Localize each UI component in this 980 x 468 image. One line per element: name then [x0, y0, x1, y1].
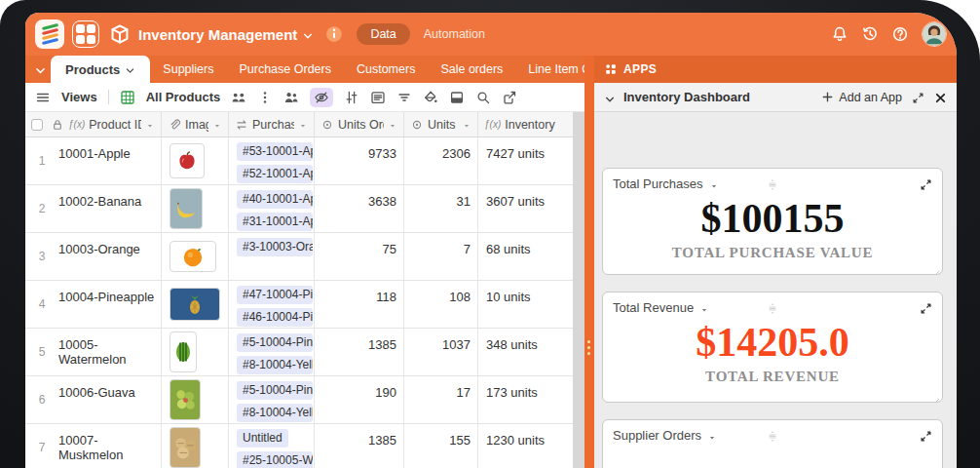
cell-purchases[interactable]: #40-10001-Ap...#31-10001-Ap...: [229, 185, 315, 232]
nav-data[interactable]: Data: [357, 23, 409, 45]
tab-purchase-orders[interactable]: Purchase Orders: [226, 56, 343, 83]
cell-units-ordered[interactable]: 3638: [315, 185, 404, 232]
expand-panel-icon[interactable]: [912, 91, 924, 103]
cell-inventory[interactable]: 7427 units: [478, 137, 584, 184]
share-icon[interactable]: [502, 90, 517, 105]
card-title-dropdown[interactable]: Total Revenue: [613, 300, 709, 315]
purchase-chip[interactable]: #8-10004-Yell...: [237, 356, 313, 374]
view-name[interactable]: All Products: [146, 90, 221, 104]
cell-inventory[interactable]: 173 units: [478, 376, 584, 423]
color-fill-icon[interactable]: [423, 90, 438, 105]
cell-inventory[interactable]: 348 units: [478, 329, 584, 375]
more-options-icon[interactable]: [257, 90, 273, 105]
purchase-chip[interactable]: #25-10005-W...: [237, 451, 313, 468]
thumbnail-muskmelon[interactable]: [170, 427, 201, 468]
thumbnail-apple[interactable]: [170, 143, 205, 178]
cell-units-sold[interactable]: 1037: [404, 329, 478, 375]
grid-view-icon[interactable]: [120, 90, 135, 105]
thumbnail-banana[interactable]: [170, 188, 203, 229]
avatar[interactable]: [922, 21, 947, 47]
cell-product-id[interactable]: 210002-Banana: [25, 185, 162, 232]
cell-images[interactable]: [162, 137, 229, 184]
divider-drag-handle[interactable]: [587, 340, 590, 355]
column-header-product-id[interactable]: ƒ(x)Product ID: [25, 112, 162, 136]
stackby-logo-icon[interactable]: [35, 20, 64, 49]
purchase-chip[interactable]: #5-10004-Pin...: [237, 333, 313, 352]
cell-images[interactable]: [162, 233, 229, 280]
cell-units-sold[interactable]: 155: [404, 424, 478, 468]
cell-images[interactable]: [162, 376, 229, 423]
cell-units-ordered[interactable]: 75: [315, 233, 404, 280]
cell-inventory[interactable]: 10 units: [478, 281, 584, 328]
app-grid-icon[interactable]: [72, 20, 99, 48]
cell-units-sold[interactable]: 7: [404, 233, 478, 280]
cell-units-ordered[interactable]: 9733: [315, 137, 404, 184]
add-app-button[interactable]: Add an App: [821, 91, 902, 104]
table-row[interactable]: 410004-Pineapple#47-10004-Pi...#46-10004…: [25, 281, 584, 329]
column-header-units-orde-[interactable]: Units Orde...: [315, 112, 404, 136]
cell-purchases[interactable]: #5-10004-Pin...#8-10004-Yell...: [229, 329, 315, 375]
cell-purchases[interactable]: #53-10001-Ap...#52-10001-Ap...: [229, 137, 315, 184]
cell-inventory[interactable]: 68 units: [478, 233, 584, 280]
share-view-people-icon[interactable]: [283, 90, 299, 105]
cell-product-id[interactable]: 610006-Guava: [25, 376, 162, 423]
cell-purchases[interactable]: #3-10003-Ora...: [229, 233, 315, 280]
cell-units-sold[interactable]: 17: [404, 376, 478, 423]
views-label[interactable]: Views: [61, 90, 97, 104]
panel-divider[interactable]: [584, 56, 594, 468]
cell-product-id[interactable]: 510005-Watermelon: [25, 329, 162, 375]
help-icon[interactable]: [891, 25, 909, 43]
table-row[interactable]: 510005-Watermelon#5-10004-Pin...#8-10004…: [25, 329, 584, 376]
column-header-units-sold[interactable]: Units Sold: [404, 112, 478, 136]
cell-images[interactable]: [162, 281, 229, 328]
card-title-dropdown[interactable]: Total Purchases: [613, 176, 719, 191]
bell-icon[interactable]: [831, 25, 848, 43]
cell-images[interactable]: [162, 185, 229, 232]
tab-suppliers[interactable]: Suppliers: [150, 56, 226, 83]
history-icon[interactable]: [861, 25, 879, 43]
purchase-chip[interactable]: #31-10001-Ap...: [237, 213, 313, 231]
purchase-chip[interactable]: #46-10004-Pi...: [237, 308, 313, 327]
purchase-chip[interactable]: #40-10001-Ap...: [237, 190, 313, 209]
thumbnail-orange[interactable]: [170, 241, 216, 272]
cell-units-ordered[interactable]: 118: [315, 281, 404, 328]
column-header-images[interactable]: Images: [162, 112, 229, 136]
table-row[interactable]: 310003-Orange#3-10003-Ora...75768 units: [25, 233, 584, 281]
base-title-menu[interactable]: Inventory Management: [138, 26, 314, 43]
cell-inventory[interactable]: 3607 units: [478, 185, 584, 232]
nav-automation[interactable]: Automation: [424, 27, 485, 41]
cell-purchases[interactable]: #47-10004-Pi...#46-10004-Pi...: [229, 281, 315, 328]
cell-product-id[interactable]: 410004-Pineapple: [25, 281, 162, 328]
table-row[interactable]: 110001-Apple#53-10001-Ap...#52-10001-Ap.…: [25, 137, 584, 185]
cell-units-sold[interactable]: 31: [404, 185, 478, 232]
cell-units-ordered[interactable]: 190: [315, 376, 404, 423]
purchase-chip[interactable]: #8-10004-Yell...: [237, 404, 313, 422]
cell-inventory[interactable]: 1230 units: [478, 424, 584, 468]
vertical-scrollbar[interactable]: [573, 112, 584, 468]
table-row[interactable]: 210002-Banana#40-10001-Ap...#31-10001-Ap…: [25, 185, 584, 233]
card-title-dropdown[interactable]: Supplier Orders: [613, 428, 717, 443]
cell-units-ordered[interactable]: 1385: [315, 329, 404, 375]
record-view-icon[interactable]: [370, 90, 386, 105]
select-all-checkbox[interactable]: [31, 119, 43, 131]
hide-fields-active[interactable]: [310, 88, 333, 107]
cell-units-ordered[interactable]: 1385: [315, 424, 404, 468]
row-height-icon[interactable]: [449, 90, 465, 105]
filter-icon[interactable]: [396, 90, 412, 105]
cell-images[interactable]: [162, 424, 229, 468]
tab-customers[interactable]: Customers: [344, 56, 428, 83]
purchase-chip[interactable]: #52-10001-Ap...: [237, 165, 313, 183]
cell-product-id[interactable]: 710007-Muskmelon: [25, 424, 162, 468]
table-row[interactable]: 610006-Guava#5-10004-Pin...#8-10004-Yell…: [25, 376, 584, 424]
field-settings-icon[interactable]: [344, 90, 359, 105]
tabs-chevron-icon[interactable]: [34, 63, 47, 76]
collaborators-icon[interactable]: [231, 90, 246, 105]
cell-product-id[interactable]: 310003-Orange: [25, 233, 162, 280]
tab-sale-orders[interactable]: Sale orders: [428, 56, 515, 83]
thumbnail-pineapple[interactable]: [170, 288, 220, 321]
column-header-inventory[interactable]: ƒ(x)Inventory: [478, 112, 585, 136]
table-row[interactable]: 710007-MuskmelonUntitled#25-10005-W...13…: [25, 424, 584, 468]
thumbnail-guava[interactable]: [170, 379, 201, 420]
purchase-chip[interactable]: Untitled: [237, 429, 288, 448]
views-menu-icon[interactable]: [35, 90, 51, 105]
